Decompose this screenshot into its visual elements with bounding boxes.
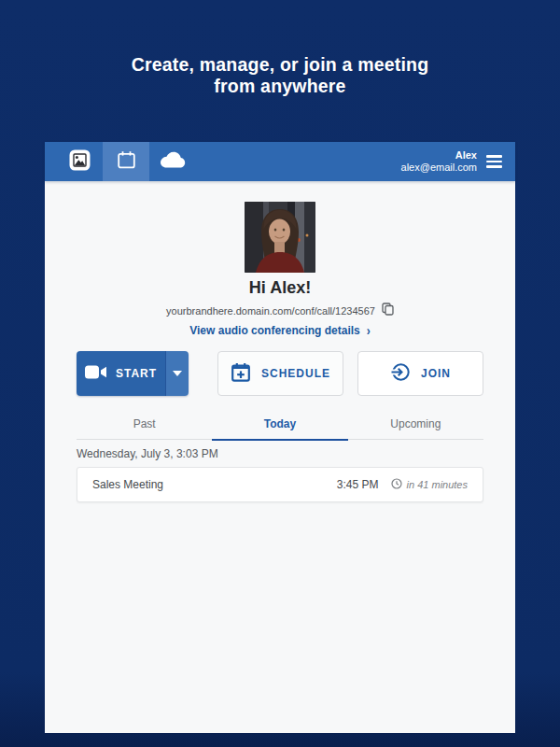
- cloud-icon: [159, 150, 187, 173]
- page-headline: Create, manage, or join a meeting from a…: [0, 54, 560, 97]
- user-email: alex@email.com: [401, 162, 477, 174]
- calendar-plus-icon: [231, 362, 251, 386]
- tab-past[interactable]: Past: [77, 415, 212, 439]
- calendar-icon: [117, 150, 136, 174]
- schedule-button-label: SCHEDULE: [261, 367, 330, 380]
- meeting-list-item[interactable]: Sales Meeting 3:45 PM in 41 minutes: [77, 467, 483, 502]
- enter-circle-icon: [390, 362, 411, 385]
- headline-line1: Create, manage, or join a meeting: [0, 54, 560, 76]
- header-right: Alex alex@email.com: [401, 142, 515, 181]
- copy-url-button[interactable]: [382, 303, 394, 319]
- tab-today[interactable]: Today: [212, 415, 347, 441]
- app-window: Alex alex@email.com: [45, 142, 515, 733]
- meeting-title: Sales Meeting: [92, 478, 163, 491]
- copy-icon: [382, 303, 394, 319]
- user-info[interactable]: Alex alex@email.com: [401, 149, 477, 174]
- app-content: Hi Alex! yourbrandhere.domain.com/conf/c…: [45, 181, 515, 733]
- hamburger-menu-button[interactable]: [485, 152, 503, 170]
- meeting-url: yourbrandhere.domain.com/conf/call/12345…: [166, 305, 375, 317]
- brand-image-icon: [69, 149, 91, 175]
- nav-cloud-button[interactable]: [149, 142, 196, 181]
- caret-down-icon: [173, 371, 182, 376]
- join-button[interactable]: JOIN: [357, 351, 483, 396]
- start-button-label: START: [116, 367, 157, 380]
- action-buttons-row: START: [45, 351, 515, 396]
- chevron-right-icon: ›: [367, 323, 371, 338]
- app-header: Alex alex@email.com: [45, 142, 515, 181]
- date-header: Wednesday, July 3, 3:03 PM: [77, 447, 218, 460]
- meeting-time-group: 3:45 PM in 41 minutes: [337, 476, 468, 493]
- meetings-tabs: Past Today Upcoming: [77, 415, 483, 440]
- hamburger-icon: [486, 155, 502, 157]
- tab-upcoming[interactable]: Upcoming: [348, 415, 483, 439]
- start-dropdown-button[interactable]: [165, 351, 189, 396]
- nav-meetings-tab[interactable]: [103, 142, 149, 181]
- greeting: Hi Alex!: [45, 278, 515, 298]
- headline-line2: from anywhere: [0, 76, 560, 97]
- audio-link-label: View audio conferencing details: [189, 324, 360, 337]
- user-name: Alex: [401, 149, 477, 162]
- avatar: [245, 202, 316, 273]
- join-button-label: JOIN: [421, 367, 451, 380]
- audio-conferencing-link[interactable]: View audio conferencing details›: [45, 324, 515, 337]
- nav-brand-button[interactable]: [56, 142, 103, 181]
- meeting-time: 3:45 PM: [337, 478, 379, 491]
- video-camera-icon: [85, 364, 107, 383]
- meeting-url-row: yourbrandhere.domain.com/conf/call/12345…: [45, 303, 515, 319]
- schedule-button[interactable]: SCHEDULE: [217, 351, 343, 396]
- meeting-countdown: in 41 minutes: [407, 479, 468, 490]
- clock-icon: [391, 476, 402, 493]
- start-button-group: START: [77, 351, 189, 396]
- page-background: Create, manage, or join a meeting from a…: [0, 0, 560, 747]
- start-button[interactable]: START: [77, 351, 165, 396]
